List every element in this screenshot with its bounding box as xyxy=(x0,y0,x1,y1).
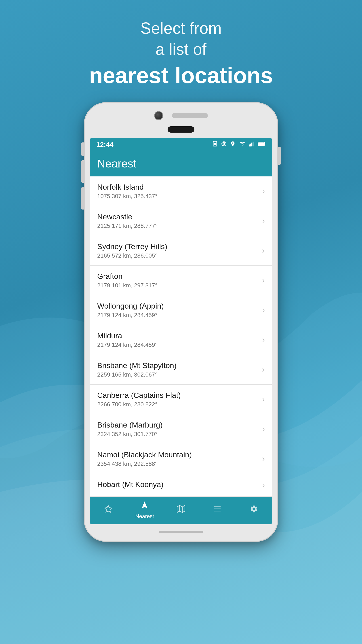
location-info: Mildura2179.124 km, 284.459° xyxy=(97,332,259,348)
svg-rect-16 xyxy=(214,511,221,512)
location-info: Brisbane (Mt Stapylton)2259.165 km, 302.… xyxy=(97,361,259,378)
chevron-right-icon: › xyxy=(262,276,265,285)
sim-icon xyxy=(212,141,218,148)
signal-icon xyxy=(249,141,255,148)
location-distance: 2165.572 km, 286.005° xyxy=(97,252,259,259)
nav-item-map[interactable] xyxy=(163,505,199,516)
status-time: 12:44 xyxy=(96,141,113,148)
location-distance: 2179.124 km, 284.459° xyxy=(97,342,259,348)
battery-icon xyxy=(258,141,266,148)
volume-up-button xyxy=(81,142,84,156)
location-name: Brisbane (Marburg) xyxy=(97,420,259,429)
nav-label-nearest: Nearest xyxy=(135,513,154,520)
list-item[interactable]: Canberra (Captains Flat)2266.700 km, 280… xyxy=(90,384,272,414)
status-bar: 12:44 xyxy=(90,138,272,151)
location-info: Newcastle2125.171 km, 288.777° xyxy=(97,212,259,230)
phone-camera xyxy=(154,111,163,120)
location-name: Namoi (Blackjack Mountain) xyxy=(97,450,259,459)
nav-item-nearest[interactable]: Nearest xyxy=(126,501,163,520)
favorites-icon xyxy=(104,505,112,516)
location-list: Norfolk Island1075.307 km, 325.437°›Newc… xyxy=(90,176,272,497)
list-item[interactable]: Hobart (Mt Koonya)› xyxy=(90,474,272,497)
home-indicator xyxy=(159,531,203,533)
list-item[interactable]: Brisbane (Marburg)2324.352 km, 301.770°› xyxy=(90,414,272,444)
location-name: Canberra (Captains Flat) xyxy=(97,391,259,400)
bottom-navigation: Nearest xyxy=(90,497,272,524)
location-info: Hobart (Mt Koonya) xyxy=(97,480,259,490)
phone-screen: 12:44 xyxy=(90,138,272,524)
location-name: Wollongong (Appin) xyxy=(97,302,259,310)
chevron-right-icon: › xyxy=(262,216,265,226)
svg-marker-10 xyxy=(105,505,112,512)
location-name: Grafton xyxy=(97,272,259,281)
location-icon xyxy=(230,141,236,148)
location-distance: 1075.307 km, 325.437° xyxy=(97,193,259,200)
phone-top-bar xyxy=(90,111,272,126)
nav-item-settings[interactable] xyxy=(236,505,272,516)
chevron-right-icon: › xyxy=(262,454,265,464)
location-distance: 2259.165 km, 302.067° xyxy=(97,371,259,378)
header-line1-text: Select from xyxy=(140,19,222,37)
svg-rect-8 xyxy=(265,143,265,144)
chevron-right-icon: › xyxy=(262,306,265,315)
list-item[interactable]: Wollongong (Appin)2179.124 km, 284.459°› xyxy=(90,296,272,325)
location-distance: 2179.101 km, 297.317° xyxy=(97,282,259,289)
location-info: Namoi (Blackjack Mountain)2354.438 km, 2… xyxy=(97,450,259,467)
location-name: Sydney (Terrey Hills) xyxy=(97,242,259,251)
list-item[interactable]: Mildura2179.124 km, 284.459°› xyxy=(90,325,272,355)
location-distance: 2354.438 km, 292.588° xyxy=(97,460,259,467)
svg-rect-6 xyxy=(253,142,253,146)
chevron-right-icon: › xyxy=(262,335,265,344)
svg-rect-14 xyxy=(214,506,221,507)
svg-rect-3 xyxy=(249,144,250,146)
location-info: Brisbane (Marburg)2324.352 km, 301.770° xyxy=(97,420,259,438)
vpn-icon xyxy=(221,141,227,148)
list-item[interactable]: Norfolk Island1075.307 km, 325.437°› xyxy=(90,176,272,206)
chevron-right-icon: › xyxy=(262,395,265,404)
status-icons-group xyxy=(212,141,266,148)
svg-rect-4 xyxy=(250,144,251,146)
location-name: Mildura xyxy=(97,332,259,340)
location-distance: 2266.700 km, 280.822° xyxy=(97,401,259,408)
nav-item-favorites[interactable] xyxy=(90,505,126,516)
list-item[interactable]: Namoi (Blackjack Mountain)2354.438 km, 2… xyxy=(90,444,272,474)
list-icon xyxy=(213,505,222,516)
map-icon xyxy=(177,505,185,516)
phone-bottom-bar xyxy=(90,524,272,533)
location-info: Grafton2179.101 km, 297.317° xyxy=(97,272,259,289)
header-line3: nearest locations xyxy=(89,62,273,89)
chevron-right-icon: › xyxy=(262,480,265,490)
volume-down-button xyxy=(81,160,84,183)
chevron-right-icon: › xyxy=(262,186,265,196)
phone-body: 12:44 xyxy=(84,102,278,542)
location-name: Norfolk Island xyxy=(97,183,259,192)
list-item[interactable]: Sydney (Terrey Hills)2165.572 km, 286.00… xyxy=(90,236,272,266)
list-item[interactable]: Grafton2179.101 km, 297.317°› xyxy=(90,266,272,296)
list-item[interactable]: Brisbane (Mt Stapylton)2259.165 km, 302.… xyxy=(90,355,272,384)
phone-earpiece xyxy=(168,126,194,132)
location-distance: 2125.171 km, 288.777° xyxy=(97,222,259,230)
chevron-right-icon: › xyxy=(262,424,265,434)
app-bar: Nearest xyxy=(90,151,272,176)
silent-button xyxy=(81,187,84,210)
power-button xyxy=(278,147,281,165)
location-info: Wollongong (Appin)2179.124 km, 284.459° xyxy=(97,302,259,319)
location-name: Hobart (Mt Koonya) xyxy=(97,480,259,489)
header-line2-text: a list of xyxy=(156,40,206,58)
list-item[interactable]: Newcastle2125.171 km, 288.777°› xyxy=(90,206,272,236)
location-distance: 2179.124 km, 284.459° xyxy=(97,312,259,319)
location-info: Sydney (Terrey Hills)2165.572 km, 286.00… xyxy=(97,242,259,259)
header-section: Select from a list of nearest locations xyxy=(89,0,273,102)
header-line1: Select from a list of xyxy=(89,18,273,60)
location-info: Norfolk Island1075.307 km, 325.437° xyxy=(97,183,259,200)
svg-rect-1 xyxy=(214,143,216,145)
nearest-icon xyxy=(140,501,149,512)
svg-rect-5 xyxy=(251,143,252,146)
location-name: Newcastle xyxy=(97,212,259,221)
location-info: Canberra (Captains Flat)2266.700 km, 280… xyxy=(97,391,259,408)
app-title: Nearest xyxy=(97,157,265,170)
phone-mockup: 12:44 xyxy=(84,102,278,542)
svg-marker-11 xyxy=(177,505,185,512)
nav-item-list[interactable] xyxy=(199,505,236,516)
svg-rect-15 xyxy=(214,509,221,510)
